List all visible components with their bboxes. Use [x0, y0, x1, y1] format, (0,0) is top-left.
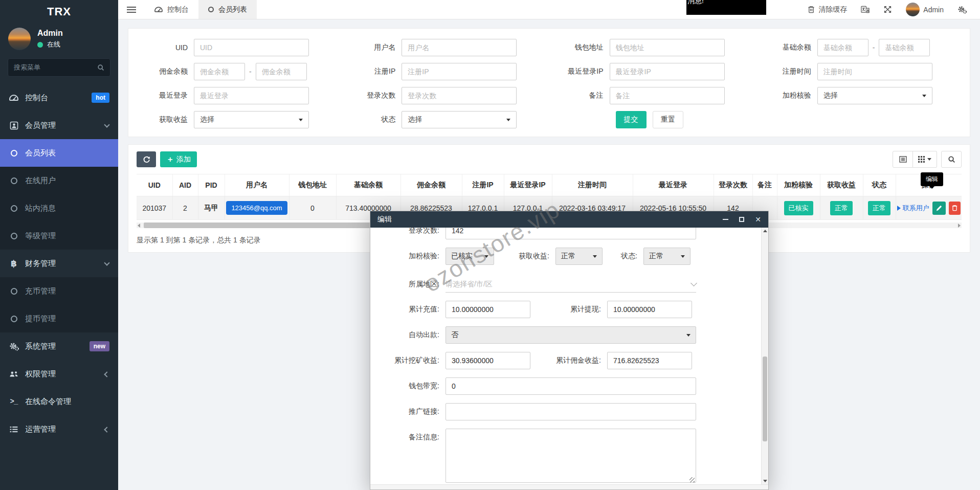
- commission-max-input[interactable]: [256, 63, 307, 80]
- contact-user-link[interactable]: 联系用户: [897, 204, 929, 213]
- scroll-up-arrow-icon[interactable]: [763, 230, 767, 232]
- sidebar-item-withdraw[interactable]: 提币管理: [0, 305, 118, 332]
- last-login-input[interactable]: [194, 87, 309, 104]
- income-badge[interactable]: 正常: [830, 201, 853, 215]
- col-header[interactable]: AID: [172, 174, 198, 196]
- modal-titlebar[interactable]: 编辑 ✕: [370, 211, 768, 228]
- col-header[interactable]: 登录次数: [714, 174, 752, 196]
- sidebar-item-operations[interactable]: 运营管理: [0, 415, 118, 443]
- bandwidth-input[interactable]: [446, 377, 696, 395]
- sidebar-item-label: 站内消息: [25, 204, 56, 213]
- sidebar-item-dashboard[interactable]: 控制台 hot: [0, 84, 118, 112]
- delete-button[interactable]: [949, 202, 961, 215]
- scroll-left-arrow-icon[interactable]: [138, 224, 140, 228]
- add-button[interactable]: ＋ 添加: [160, 151, 197, 167]
- tab-member-list[interactable]: 会员列表: [198, 0, 257, 19]
- col-header[interactable]: 用户名: [225, 174, 289, 196]
- edit-button[interactable]: [932, 202, 946, 215]
- sidebar-item-finance[interactable]: ฿ 财务管理: [0, 250, 118, 277]
- detail-view-button[interactable]: [893, 151, 913, 168]
- col-header[interactable]: 最近登录: [633, 174, 714, 196]
- col-header[interactable]: 获取收益: [820, 174, 863, 196]
- sidebar-item-system[interactable]: 系统管理 new: [0, 332, 118, 360]
- uid-input[interactable]: [194, 39, 309, 56]
- sidebar-item-online-commands[interactable]: >_ 在线命令管理: [0, 388, 118, 415]
- col-header[interactable]: 最近登录IP: [504, 174, 552, 196]
- col-header[interactable]: 佣金余额: [400, 174, 462, 196]
- language-icon[interactable]: [861, 5, 870, 14]
- verify-select[interactable]: 选择: [817, 87, 932, 104]
- resize-grip-icon[interactable]: [689, 477, 695, 482]
- total-mining-input[interactable]: [446, 352, 530, 369]
- wallet-input[interactable]: [610, 39, 725, 56]
- avatar[interactable]: [8, 28, 31, 50]
- sidebar-item-permissions[interactable]: 权限管理: [0, 360, 118, 388]
- member-icon: [9, 121, 19, 130]
- sidebar-item-members[interactable]: 会员管理: [0, 112, 118, 139]
- submit-button[interactable]: 提交: [616, 111, 647, 128]
- total-commission-input[interactable]: [607, 352, 692, 369]
- clear-cache-button[interactable]: 清除缓存: [808, 5, 847, 14]
- sidebar-item-deposit[interactable]: 充币管理: [0, 277, 118, 305]
- fullscreen-icon[interactable]: [883, 5, 892, 14]
- maximize-icon[interactable]: [739, 217, 744, 222]
- income-select[interactable]: 选择: [194, 111, 309, 128]
- hamburger-menu-icon[interactable]: [118, 0, 145, 19]
- close-icon[interactable]: ✕: [755, 216, 761, 223]
- col-header[interactable]: 注册时间: [552, 174, 633, 196]
- region-select[interactable]: 请选择省/市/区: [446, 276, 696, 293]
- scroll-down-arrow-icon[interactable]: [763, 480, 767, 482]
- range-separator: -: [249, 68, 252, 76]
- modal-scrollbar-thumb[interactable]: [763, 357, 767, 441]
- commission-min-input[interactable]: [194, 63, 245, 80]
- login-count-input[interactable]: [402, 87, 517, 104]
- sidebar-search-input[interactable]: 搜索菜单: [8, 58, 110, 77]
- verify-select-value: 选择: [823, 91, 838, 100]
- col-header[interactable]: 加粉核验: [777, 174, 820, 196]
- auto-pay-select[interactable]: 否: [446, 326, 696, 344]
- remark-input[interactable]: [610, 87, 725, 104]
- admin-menu[interactable]: Admin: [906, 3, 944, 16]
- base-balance-max-input[interactable]: [879, 39, 930, 56]
- remark-textarea[interactable]: [446, 429, 696, 483]
- col-header[interactable]: 钱包地址: [289, 174, 336, 196]
- col-header[interactable]: 备注: [752, 174, 777, 196]
- total-commission-label: 累计佣金收益:: [530, 356, 607, 365]
- base-balance-min-input[interactable]: [817, 39, 868, 56]
- verify-badge[interactable]: 已核实: [784, 201, 813, 215]
- income-label: 获取收益: [133, 115, 194, 124]
- scroll-right-arrow-icon[interactable]: [958, 224, 961, 228]
- refresh-button[interactable]: [137, 151, 156, 167]
- verify-select[interactable]: 已核实: [446, 248, 494, 265]
- sidebar-item-member-list[interactable]: 会员列表: [0, 139, 118, 167]
- col-header[interactable]: UID: [137, 174, 172, 196]
- col-header[interactable]: 状态: [863, 174, 896, 196]
- promo-link-input[interactable]: [446, 403, 696, 420]
- income-select[interactable]: 正常: [555, 248, 603, 265]
- tab-dashboard[interactable]: 控制台: [145, 0, 198, 19]
- username-badge[interactable]: 123456@qq.com: [226, 201, 287, 215]
- col-header[interactable]: 基础余额: [336, 174, 400, 196]
- sidebar-item-level-management[interactable]: 等级管理: [0, 222, 118, 250]
- reset-button[interactable]: 重置: [653, 111, 683, 128]
- reg-time-input[interactable]: [817, 63, 932, 80]
- login-count-input[interactable]: [446, 228, 696, 239]
- username-input[interactable]: [402, 39, 517, 56]
- col-header[interactable]: PID: [198, 174, 225, 196]
- sidebar-item-online-users[interactable]: 在线用户: [0, 167, 118, 194]
- status-badge[interactable]: 正常: [868, 201, 890, 215]
- sidebar-item-site-messages[interactable]: 站内消息: [0, 194, 118, 222]
- last-ip-input[interactable]: [610, 63, 725, 80]
- settings-gears-icon[interactable]: [957, 6, 967, 14]
- modal-scrollbar[interactable]: [761, 228, 768, 484]
- reg-ip-input[interactable]: [402, 63, 517, 80]
- total-recharge-input[interactable]: [446, 301, 530, 318]
- minimize-icon[interactable]: [723, 219, 728, 220]
- search-toggle-button[interactable]: [941, 151, 962, 168]
- status-select[interactable]: 选择: [402, 111, 517, 128]
- col-header[interactable]: 注册IP: [462, 174, 504, 196]
- total-withdraw-input[interactable]: [607, 301, 692, 318]
- search-icon: [97, 64, 104, 71]
- columns-toggle-button[interactable]: [913, 151, 937, 168]
- status-select[interactable]: 正常: [643, 248, 691, 265]
